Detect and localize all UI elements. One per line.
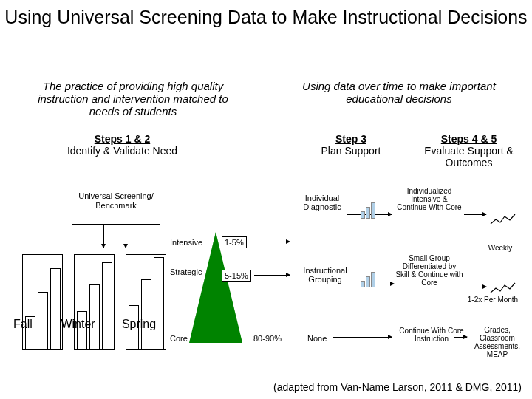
percent-strategic: 5-15% [222, 270, 251, 282]
steps-4-5-title: Steps 4 & 5 [415, 133, 522, 145]
citation: (adapted from Van-Name Larson, 2011 & DM… [273, 381, 522, 393]
support-intensive-label: Individualized Intensive & Continue With… [395, 187, 463, 211]
sparkline-icon [490, 281, 516, 296]
bar-group-fall [22, 254, 63, 350]
support-strategic-label: Small Group Differentiated by Skill & Co… [395, 254, 463, 287]
instructional-grouping-label: Instructional Grouping [293, 266, 358, 284]
tier-intensive-label: Intensive [170, 238, 202, 247]
percent-intensive: 1-5% [222, 236, 247, 248]
support-core-label: Continue With Core Instruction [398, 327, 466, 343]
steps-4-5-sub: Evaluate Support & Outcomes [415, 145, 522, 168]
season-fall: Fall [13, 318, 58, 331]
arrow-right-icon [332, 337, 392, 338]
steps-1-2-sub: Identify & Validate Need [65, 145, 180, 157]
universal-screening-box: Universal Screening/ Benchmark [72, 188, 160, 225]
step-3-sub: Plan Support [310, 145, 392, 157]
bar-group-spring [126, 254, 166, 350]
subtitle-right: Using data over time to make important e… [281, 80, 517, 105]
sparkline-icon [490, 212, 516, 227]
arrow-right-icon [464, 287, 486, 287]
individual-diagnostic-label: Individual Diagnostic [293, 194, 352, 211]
arrow-right-icon [248, 242, 290, 242]
none-label: None [307, 334, 327, 343]
tier-strategic-label: Strategic [170, 267, 202, 276]
freq-monthly: 1-2x Per Month [463, 296, 523, 304]
season-spring: Spring [122, 318, 156, 331]
freq-grades: Grades, Classroom Assessments, MEAP [467, 326, 528, 358]
percent-core: 80-90% [253, 334, 282, 343]
arrow-down-icon [103, 225, 104, 248]
arrow-right-icon [454, 337, 467, 338]
arrow-down-icon [126, 225, 126, 248]
season-winter: Winter [61, 318, 118, 331]
tier-core-label: Core [170, 334, 188, 343]
bar-group-winter [74, 254, 115, 350]
tiny-bars-icon [361, 272, 384, 294]
freq-weekly: Weekly [470, 244, 531, 252]
arrow-right-icon [254, 275, 290, 276]
rti-triangle-icon [189, 232, 242, 343]
subtitle-left: The practice of providing high quality i… [22, 80, 244, 117]
step-3-title: Step 3 [310, 133, 392, 145]
steps-1-2-title: Steps 1 & 2 [65, 133, 180, 145]
page-title: Using Universal Screening Data to Make I… [0, 6, 532, 28]
tiny-bars-icon [361, 202, 384, 225]
arrow-right-icon [464, 214, 486, 215]
